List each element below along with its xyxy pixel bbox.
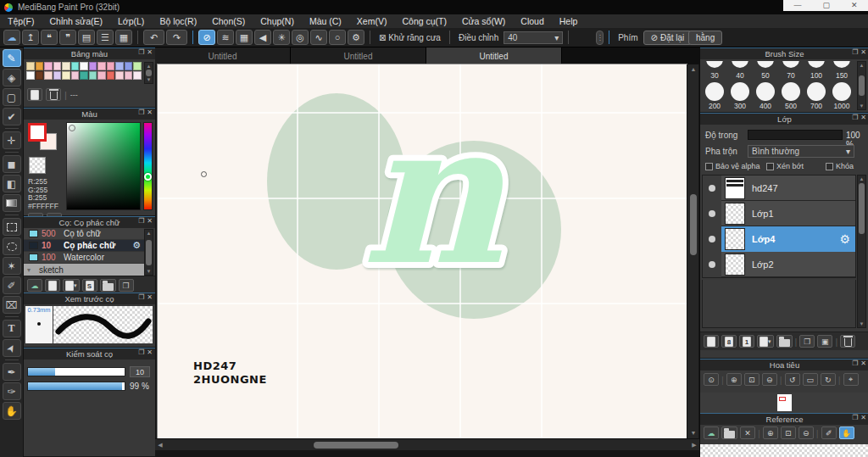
layer-visibility-toggle[interactable]: [703, 252, 721, 277]
close-icon[interactable]: ✕: [147, 48, 153, 56]
menu-xem[interactable]: Xem(V): [349, 14, 395, 28]
navigator-preview[interactable]: [700, 393, 868, 413]
document-tab-active[interactable]: Untitled: [426, 47, 562, 64]
brush-size-option[interactable]: 1000: [829, 80, 854, 110]
comment-button[interactable]: ❝: [41, 30, 58, 45]
script-brush-button[interactable]: S: [82, 279, 97, 292]
layer-row[interactable]: Lớp1: [703, 201, 855, 226]
canvas[interactable]: n HD247 2HUONGNE: [158, 64, 687, 438]
tool-marquee-button[interactable]: [3, 218, 21, 236]
popout-icon[interactable]: ❐: [138, 217, 144, 225]
add-palette-color-button[interactable]: [27, 88, 42, 101]
menu-chon[interactable]: Chọn(S): [204, 14, 253, 28]
tool-text-button[interactable]: T: [3, 320, 21, 337]
brush-size-slider[interactable]: [27, 367, 125, 376]
zoom-in-button[interactable]: ⊕: [726, 373, 742, 386]
zoom-out-button[interactable]: ⊖: [762, 373, 777, 386]
grid-edit-button[interactable]: ▦: [115, 30, 132, 45]
clipping-checkbox[interactable]: Xén bớt: [766, 162, 804, 170]
brush-size-option[interactable]: 150: [829, 61, 854, 80]
layer-list-scrollbar[interactable]: ▲▼: [857, 175, 866, 328]
brush-size-value-box[interactable]: 10: [130, 366, 150, 377]
scroll-up-icon[interactable]: ▲: [687, 64, 699, 75]
palette-swatch[interactable]: [115, 71, 124, 80]
tool-script-button[interactable]: ✑: [3, 382, 21, 400]
scroll-up-icon[interactable]: ▲: [147, 231, 152, 236]
brush-size-option[interactable]: 40: [727, 61, 753, 80]
brush-settings-gear-icon[interactable]: ⚙: [132, 240, 141, 251]
palette-swatch[interactable]: [89, 62, 97, 70]
menu-chinh-sua[interactable]: Chỉnh sửa(E): [42, 14, 110, 28]
tool-eraser-button[interactable]: ◈: [3, 69, 21, 86]
add-layer-menu-button[interactable]: ▾: [757, 335, 774, 348]
spin-reset-button[interactable]: ⌖: [843, 373, 859, 386]
horizontal-scroll-thumb[interactable]: [314, 442, 398, 449]
palette-swatch[interactable]: [89, 71, 97, 80]
palette-swatch[interactable]: [36, 62, 44, 70]
delete-palette-color-button[interactable]: [46, 88, 61, 101]
reference-clear-button[interactable]: ✕: [740, 426, 755, 439]
delete-layer-button[interactable]: [840, 335, 855, 348]
hue-slider[interactable]: [143, 122, 153, 210]
popout-icon[interactable]: ❐: [852, 414, 858, 421]
snap-parallel-button[interactable]: ≋: [217, 30, 234, 45]
layer-visibility-toggle[interactable]: [703, 226, 721, 252]
brush-size-option[interactable]: 50: [753, 61, 778, 80]
brush-size-option[interactable]: 70: [778, 61, 804, 80]
menu-chup[interactable]: Chụp(N): [253, 14, 302, 28]
undo-button[interactable]: ↶: [143, 30, 164, 45]
popout-icon[interactable]: ❐: [138, 348, 144, 356]
popout-icon[interactable]: ❐: [852, 48, 858, 56]
layer-visibility-toggle[interactable]: [703, 176, 721, 201]
brush-opacity-slider[interactable]: [27, 382, 125, 391]
close-icon[interactable]: ✕: [860, 414, 866, 421]
clipped-button[interactable]: hằng: [688, 31, 722, 45]
snap-curve-button[interactable]: ∿: [310, 30, 327, 45]
scroll-down-icon[interactable]: ▼: [147, 269, 152, 274]
palette-swatch[interactable]: [125, 62, 133, 70]
reference-zoom-in-button[interactable]: ⊕: [763, 426, 778, 439]
close-icon[interactable]: ✕: [860, 48, 866, 56]
brush-folder-button[interactable]: [100, 279, 116, 292]
tool-select-pen-button[interactable]: ✐: [3, 276, 21, 294]
redo-button[interactable]: ↷: [166, 30, 187, 45]
brush-list-item-selected[interactable]: 10 Cọ phác chữ ⚙: [24, 240, 144, 252]
brush-list-scrollbar[interactable]: ▲▼: [144, 229, 153, 276]
scroll-down-icon[interactable]: ▼: [147, 77, 152, 82]
menu-mau[interactable]: Màu (C): [302, 14, 349, 28]
lock-checkbox[interactable]: Khóa: [826, 162, 854, 170]
transparent-color-swatch[interactable]: [29, 157, 46, 174]
scroll-right-icon[interactable]: ▶: [689, 439, 699, 451]
palette-swatch[interactable]: [80, 71, 88, 80]
menu-bo-loc[interactable]: Bộ lọc(R): [152, 14, 204, 28]
fit-screen-button[interactable]: ⊡: [744, 373, 760, 386]
palette-scrollbar[interactable]: ▲▼: [144, 62, 153, 84]
snap-ellipse-button[interactable]: ○: [329, 30, 346, 45]
brush-size-option[interactable]: 200: [702, 80, 727, 110]
brush-size-option[interactable]: 700: [804, 80, 829, 110]
blend-mode-dropdown[interactable]: Bình thường▾: [748, 145, 854, 158]
publish-button[interactable]: ↥: [22, 30, 39, 45]
popout-icon[interactable]: ❐: [852, 114, 858, 121]
scroll-down-icon[interactable]: ▼: [687, 428, 699, 438]
palette-swatch[interactable]: [133, 62, 142, 70]
brush-list-item[interactable]: 100 Watercolor: [24, 252, 144, 264]
layer-opacity-slider[interactable]: [748, 130, 843, 140]
tool-magic-wand-button[interactable]: ✶: [3, 257, 21, 275]
palette-swatch[interactable]: [125, 71, 133, 80]
adjust-dropdown[interactable]: 40▾: [504, 31, 563, 44]
palette-swatch[interactable]: [36, 71, 44, 80]
document-button[interactable]: ▤: [78, 30, 95, 45]
palette-swatch[interactable]: [97, 62, 106, 70]
layer-row[interactable]: hd247: [703, 176, 855, 201]
zoom-actual-button[interactable]: ⊙: [704, 373, 719, 386]
brush-list-item[interactable]: 500 Cọ tô chữ: [24, 228, 144, 240]
new-brush-button[interactable]: [45, 279, 60, 292]
scroll-down-icon[interactable]: ▼: [860, 321, 865, 326]
snap-radial-button[interactable]: ✳: [273, 30, 290, 45]
scroll-up-icon[interactable]: ▲: [147, 64, 152, 69]
reference-eyedropper-button[interactable]: ✐: [821, 426, 837, 439]
snap-concentric-button[interactable]: ◎: [292, 30, 309, 45]
palette-swatch[interactable]: [71, 71, 80, 80]
tool-brush-button[interactable]: ✎: [3, 49, 21, 67]
